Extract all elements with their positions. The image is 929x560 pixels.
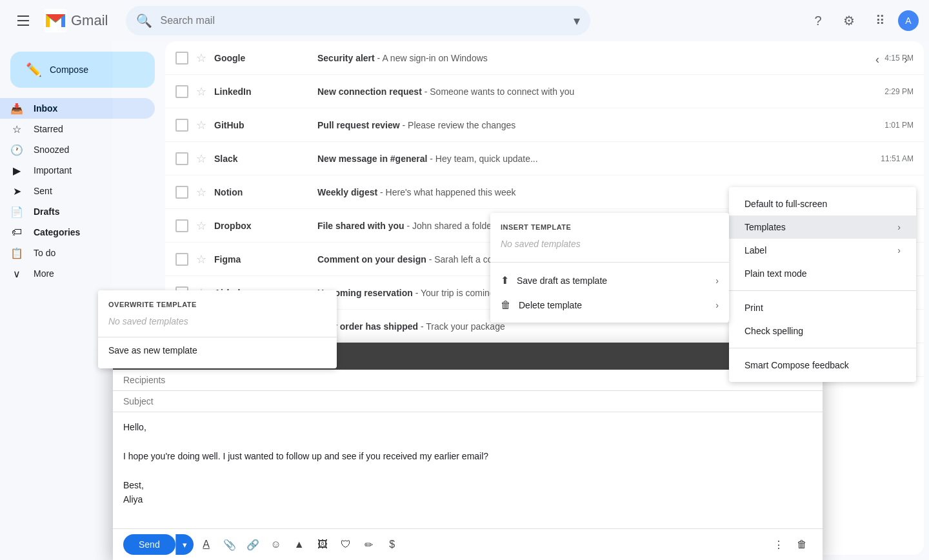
save-draft-icon: ⬆ [501,274,509,286]
apps-button[interactable]: ⠿ [867,8,893,34]
email-checkbox[interactable] [175,119,188,132]
compose-icon: ✏️ [26,62,42,77]
sidebar-item-categories[interactable]: 🏷 Categories [0,222,155,243]
context-menu-templates[interactable]: Templates › [729,215,916,239]
star-icon[interactable]: ☆ [196,85,206,99]
subject-input[interactable] [123,396,812,406]
context-menu-spelling[interactable]: Check spelling [729,319,916,343]
delete-template-label: Delete template [519,300,582,310]
categories-icon: 🏷 [10,226,23,238]
compose-button[interactable]: ✏️ Compose [10,52,155,88]
email-checkbox[interactable] [175,85,188,98]
subject-field[interactable] [113,391,823,412]
compose-body: Hello, I hope you're doing well. I just … [113,370,823,560]
delete-template-icon: 🗑 [501,299,511,311]
recipients-input[interactable] [123,375,812,385]
sidebar-item-important[interactable]: ▶ Important [0,160,155,181]
sidebar-item-snoozed[interactable]: 🕐 Snoozed [0,139,155,160]
sidebar-item-drafts[interactable]: 📄 Drafts [0,201,155,222]
star-icon[interactable]: ☆ [196,152,206,166]
send-dropdown-button[interactable]: ▾ [175,534,194,555]
drive-button[interactable]: ▲ [289,534,310,555]
email-checkbox[interactable] [175,186,188,199]
email-sender: Slack [214,154,317,164]
context-menu-label[interactable]: Label › [729,239,916,262]
help-button[interactable]: ? [805,8,831,34]
star-icon[interactable]: ☆ [196,118,206,132]
link-button[interactable]: 🔗 [243,534,263,555]
insert-template-section: INSERT TEMPLATE [490,218,729,234]
sidebar-item-more[interactable]: ∨ More [0,263,155,284]
starred-label: Starred [34,124,63,134]
email-checkbox[interactable] [175,52,188,65]
search-dropdown-icon[interactable]: ▾ [574,13,580,28]
email-snippet: New connection request - Someone wants t… [317,86,879,97]
email-row[interactable]: ☆ Google Security alert - A new sign-in … [165,41,924,75]
sidebar-item-todo[interactable]: 📋 To do [0,243,155,263]
hamburger-menu[interactable] [10,8,36,34]
user-avatar[interactable]: A [898,10,919,31]
star-icon[interactable]: ☆ [196,219,206,233]
more-icon: ∨ [10,268,23,280]
email-checkbox[interactable] [175,152,188,165]
email-time: 2:29 PM [884,87,914,96]
star-icon[interactable]: ☆ [196,185,206,199]
dollar-button[interactable]: $ [382,534,403,555]
send-button[interactable]: Send [123,534,175,555]
sidebar-item-starred[interactable]: ☆ Starred [0,119,155,139]
sidebar-item-sent[interactable]: ➤ Sent [0,181,155,201]
star-icon[interactable]: ☆ [196,51,206,65]
inbox-label: Inbox [34,103,57,114]
templates-label: Templates [744,222,786,232]
email-subject: File shared with you [317,221,405,231]
search-bar[interactable]: 🔍 ▾ [126,6,590,35]
gmail-logo: Gmail [44,9,108,32]
context-menu-smart-compose[interactable]: Smart Compose feedback [729,354,916,377]
email-checkbox[interactable] [175,219,188,232]
prev-page-button[interactable]: ‹ [864,46,890,72]
starred-icon: ☆ [10,123,23,135]
overwrite-submenu: OVERWRITE TEMPLATE No saved templates Sa… [98,290,337,368]
block-button[interactable]: 🛡 [335,534,356,555]
email-time: 11:51 AM [881,154,914,163]
compose-modal: New Message ─ ⤢ ✕ Hello, I hope you're d… [113,343,823,560]
email-sender: Figma [214,254,317,265]
important-icon: ▶ [10,165,23,177]
context-menu-fullscreen[interactable]: Default to full-screen [729,192,916,215]
email-row[interactable]: ☆ GitHub Pull request review - Please re… [165,108,924,142]
photo-button[interactable]: 🖼 [312,534,333,555]
context-menu-print[interactable]: Print [729,296,916,319]
next-page-button[interactable]: › [893,46,919,72]
sent-icon: ➤ [10,185,23,197]
emoji-button[interactable]: ☺ [266,534,286,555]
attach-button[interactable]: 📎 [219,534,240,555]
settings-button[interactable]: ⚙ [836,8,862,34]
recipients-field[interactable] [113,370,823,391]
compose-content[interactable]: Hello, I hope you're doing well. I just … [113,412,823,528]
more-options-button[interactable]: ⋮ [768,534,789,555]
delete-template-button[interactable]: 🗑 Delete template › [490,293,729,317]
label-label: Label [744,245,766,255]
email-subject: Security alert [317,53,375,63]
search-input[interactable] [160,15,568,26]
sent-label: Sent [34,186,52,196]
star-icon[interactable]: ☆ [196,252,206,266]
top-bar: Gmail 🔍 ▾ ? ⚙ ⠿ A [0,0,929,41]
label-arrow-icon: › [897,245,901,255]
delete-draft-button[interactable]: 🗑 [792,534,812,555]
format-text-button[interactable]: A [196,534,217,555]
snoozed-label: Snoozed [34,145,69,155]
save-as-new-template-button[interactable]: Save as new template [98,337,337,363]
email-snippet: New message in #general - Hey team, quic… [317,154,875,164]
sidebar-item-inbox[interactable]: 📥 Inbox [0,98,155,119]
snoozed-icon: 🕐 [10,144,23,156]
email-row[interactable]: ☆ Slack New message in #general - Hey te… [165,142,924,175]
save-draft-as-template-button[interactable]: ⬆ Save draft as template › [490,268,729,293]
email-checkbox[interactable] [175,253,188,266]
signature-button[interactable]: ✏ [359,534,379,555]
overwrite-section: OVERWRITE TEMPLATE [98,295,337,311]
context-menu-plaintext[interactable]: Plain text mode [729,262,916,285]
email-time: 1:01 PM [884,121,914,130]
email-subject: Weekly digest [317,187,377,197]
email-row[interactable]: ☆ LinkedIn New connection request - Some… [165,75,924,108]
